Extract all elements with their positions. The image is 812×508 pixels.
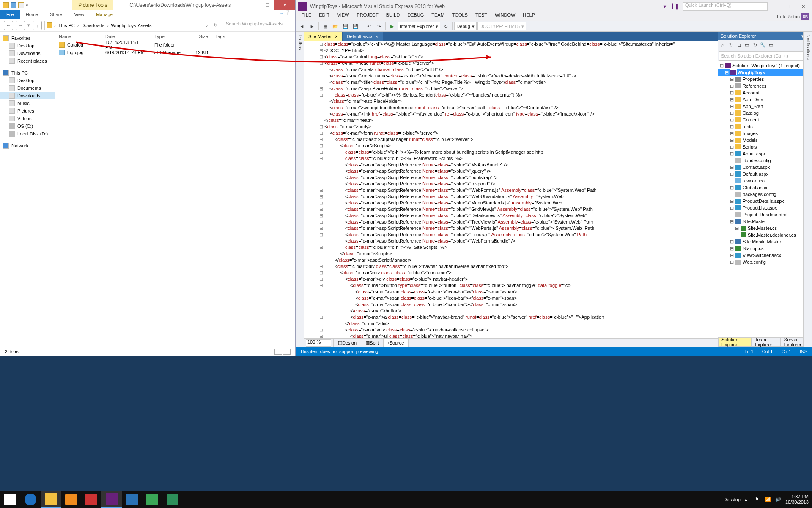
menu-window[interactable]: WINDOW — [491, 12, 518, 21]
task-vs[interactable] — [102, 491, 122, 508]
crumb-downloads[interactable]: Downloads — [80, 23, 105, 28]
menu-team[interactable]: TEAM — [428, 12, 448, 21]
menu-view[interactable]: VIEW — [334, 12, 352, 21]
task-app[interactable] — [81, 491, 102, 508]
menu-debug[interactable]: DEBUG — [404, 12, 427, 21]
tree-node[interactable]: ⊞ViewSwitcher.ascx — [718, 252, 812, 259]
tree-node[interactable]: Project_Readme.html — [718, 211, 812, 218]
nav-thispc[interactable]: This PC — [0, 69, 55, 77]
task-media[interactable] — [61, 491, 81, 508]
toolbox-panel[interactable]: Toolbox — [296, 32, 304, 347]
network-icon[interactable]: 📶 — [765, 497, 771, 502]
list-item[interactable]: logo.jpg 6/19/2013 4:28 PM JPEG image 12… — [55, 49, 295, 56]
close-icon[interactable]: ✕ — [375, 34, 379, 39]
nav-favorites[interactable]: Favorites — [0, 34, 55, 42]
history-dropdown-icon[interactable]: ▾ — [27, 22, 30, 28]
editor-tab[interactable]: Default.aspx✕ — [343, 32, 383, 41]
tree-node[interactable]: ⊞Images — [718, 130, 812, 137]
task-app4[interactable] — [162, 491, 183, 508]
tree-node[interactable]: ⊞Global.asax — [718, 184, 812, 191]
start-button[interactable] — [0, 491, 20, 508]
start-button[interactable]: ▶ — [387, 22, 397, 30]
user-badge[interactable]: Erik Reitan ER — [777, 12, 809, 21]
new-project-icon[interactable]: ▦ — [321, 22, 330, 30]
refresh-icon[interactable]: ↻ — [441, 22, 450, 30]
redo-icon[interactable]: ↷ — [374, 22, 384, 30]
tab-share[interactable]: Share — [44, 10, 68, 19]
tree-node[interactable]: favicon.ico — [718, 177, 812, 184]
tree-node[interactable]: ⊞Default.aspx — [718, 171, 812, 177]
tree-node[interactable]: packages.config — [718, 191, 812, 198]
maximize-button[interactable]: ☐ — [261, 0, 274, 10]
solution-tree[interactable]: ⊟Solution 'WingtipToys' (1 project)⊟Wing… — [718, 61, 812, 337]
tree-node[interactable]: ⊞Site.Master.cs — [718, 225, 812, 232]
nav-item[interactable]: Music — [0, 99, 55, 107]
code-editor[interactable]: ⊟class=class="c-blue">"c-hl"><%@ Master … — [304, 41, 718, 338]
tree-node[interactable]: ⊟Site.Master — [718, 218, 812, 225]
system-tray[interactable]: Desktop ▴ ⚑ 📶 🔊 1:37 PM 10/30/2013 — [720, 494, 812, 505]
config-combo[interactable]: Debug▾ — [454, 22, 476, 30]
save-icon[interactable]: 💾 — [341, 22, 350, 30]
tree-node[interactable]: ⊞Content — [718, 116, 812, 123]
tree-node[interactable]: ⊞ProductList.aspx — [718, 204, 812, 211]
tree-node[interactable]: ⊞fonts — [718, 123, 812, 130]
ribbon-expand-icon[interactable]: ⌄ ❔ — [280, 10, 295, 19]
list-item[interactable]: Catalog 10/14/2013 1:51 PM File folder — [55, 41, 295, 49]
tree-solution[interactable]: ⊟Solution 'WingtipToys' (1 project) — [718, 62, 812, 69]
nav-item[interactable]: Videos — [0, 115, 55, 122]
tree-node[interactable]: ⊞App_Start — [718, 103, 812, 110]
tree-node[interactable]: ⊞References — [718, 83, 812, 89]
tree-node[interactable]: ⊞ProductDetails.aspx — [718, 198, 812, 204]
tree-node[interactable]: ⊞Catalog — [718, 110, 812, 116]
close-button[interactable]: ✕ — [797, 3, 809, 10]
refresh-icon[interactable]: ↻ — [751, 41, 759, 49]
view-design[interactable]: ◫ Design — [333, 339, 361, 347]
qat-dropdown-icon[interactable]: ▾ — [26, 3, 28, 8]
breadcrumb[interactable]: › This PC› Downloads› WingtipToys-Assets… — [44, 21, 221, 30]
feedback-icon[interactable]: ▏▌ — [672, 3, 680, 10]
nav-back-icon[interactable]: ◄ — [297, 22, 307, 30]
doctype-combo[interactable]: DOCTYPE: HTML5▾ — [477, 22, 526, 30]
panel-tab[interactable]: Solution Explorer — [718, 337, 752, 347]
search-input[interactable]: Search WingtipToys-Assets — [224, 21, 291, 30]
tab-file[interactable]: File — [0, 10, 20, 19]
tree-node[interactable]: ⊞Account — [718, 89, 812, 96]
open-icon[interactable]: 📂 — [331, 22, 340, 30]
menu-tools[interactable]: TOOLS — [449, 12, 471, 21]
view-details-icon[interactable] — [274, 349, 282, 355]
task-app2[interactable] — [122, 491, 142, 508]
menu-build[interactable]: BUILD — [383, 12, 403, 21]
sync-icon[interactable]: ↻ — [727, 41, 735, 49]
home-icon[interactable]: ⌂ — [719, 41, 727, 49]
view-source[interactable]: ◦ Source — [383, 339, 409, 347]
notifications-panel[interactable]: Notifications — [803, 32, 812, 347]
minimize-button[interactable]: — — [247, 0, 261, 10]
titlebar[interactable]: WingtipToys - Microsoft Visual Studio Ex… — [296, 0, 812, 12]
tree-node[interactable]: Site.Master.designer.cs — [718, 232, 812, 238]
view-thumbs-icon[interactable] — [283, 349, 291, 355]
file-list[interactable]: Name Date Type Size Tags Catalog 10/14/2… — [55, 32, 295, 337]
volume-icon[interactable]: 🔊 — [775, 497, 781, 502]
quick-launch-input[interactable]: Quick Launch (Ctrl+Q) — [683, 2, 768, 11]
minimize-button[interactable]: — — [774, 3, 785, 10]
clock[interactable]: 1:37 PM 10/30/2013 — [785, 494, 809, 505]
task-explorer[interactable] — [41, 491, 61, 508]
nav-item[interactable]: Desktop — [0, 77, 55, 84]
editor-tab[interactable]: Site.Master✕ — [304, 32, 343, 41]
column-headers[interactable]: Name Date Type Size Tags — [55, 32, 295, 41]
save-all-icon[interactable]: 💾 — [351, 22, 360, 30]
titlebar[interactable]: ▾ Picture Tools C:\Users\erik\Downloads\… — [0, 0, 295, 10]
nav-item[interactable]: Documents — [0, 84, 55, 92]
notification-icon[interactable]: ▼ — [661, 3, 669, 10]
task-app3[interactable] — [142, 491, 162, 508]
tree-node[interactable]: ⊞Site.Mobile.Master — [718, 238, 812, 245]
refresh-icon[interactable]: ↻ — [212, 22, 219, 28]
nav-network[interactable]: Network — [0, 142, 55, 149]
nav-item[interactable]: Local Disk (D:) — [0, 130, 55, 138]
menu-edit[interactable]: EDIT — [315, 12, 333, 21]
view-split[interactable]: ▥ Split — [361, 339, 383, 347]
panel-tab[interactable]: Team Explorer — [752, 337, 781, 347]
undo-icon[interactable]: ↶ — [364, 22, 373, 30]
tab-view[interactable]: View — [68, 10, 90, 19]
menu-project[interactable]: PROJECT — [353, 12, 381, 21]
